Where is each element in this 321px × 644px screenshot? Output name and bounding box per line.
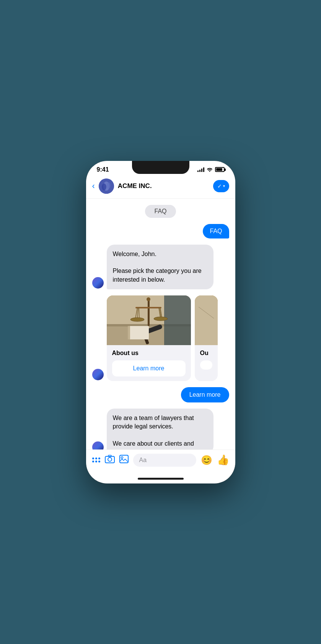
phone-screen: 9:41 ‹ xyxy=(86,161,235,483)
battery-icon xyxy=(215,167,225,172)
bot-response-bubble: We are a team of lawyers that provide le… xyxy=(107,409,213,449)
wifi-icon xyxy=(207,167,213,173)
bot-avatar-carousel xyxy=(92,369,104,380)
card-about-us-title: About us xyxy=(112,350,186,357)
status-time: 9:41 xyxy=(97,166,109,173)
notch xyxy=(132,161,189,174)
emoji-button[interactable]: 😊 xyxy=(201,455,212,466)
learn-more-button-1[interactable]: Learn more xyxy=(112,360,186,376)
svg-point-18 xyxy=(154,317,168,321)
bot-greeting-row: Welcome, John. Please pick the category … xyxy=(86,243,235,291)
chat-header: ‹ ACME INC. ✓ ▾ xyxy=(86,175,235,199)
svg-rect-28 xyxy=(120,455,128,463)
svg-point-17 xyxy=(130,318,144,321)
company-name: ACME INC. xyxy=(118,182,213,190)
svg-point-3 xyxy=(107,182,111,188)
bot-avatar-response xyxy=(92,441,104,449)
svg-rect-23 xyxy=(195,295,218,345)
bot-avatar xyxy=(92,277,104,289)
user-learn-more-row: Learn more xyxy=(86,386,235,404)
battery-fill xyxy=(216,168,222,171)
card-partial: Ou xyxy=(195,295,218,381)
avatar xyxy=(99,178,114,194)
card-carousel: About us Learn more Ou xyxy=(107,295,229,381)
like-button[interactable]: 👍 xyxy=(217,454,229,466)
bot-greeting-bubble: Welcome, John. Please pick the category … xyxy=(107,245,213,290)
svg-point-2 xyxy=(102,183,106,190)
svg-point-29 xyxy=(121,456,123,458)
grid-icon[interactable] xyxy=(92,457,100,462)
faq-center-pill: FAQ xyxy=(145,205,176,218)
card-about-us: About us Learn more xyxy=(107,295,191,381)
home-indicator xyxy=(138,478,184,480)
chat-area: FAQ FAQ Welcome, John. Please pick the c… xyxy=(86,199,235,449)
back-button[interactable]: ‹ xyxy=(92,181,95,191)
svg-point-26 xyxy=(108,457,112,461)
svg-line-13 xyxy=(139,308,139,318)
card-partial-body: Ou xyxy=(195,345,218,374)
user-faq-bubble: FAQ xyxy=(203,224,229,238)
svg-rect-8 xyxy=(148,299,150,326)
svg-rect-7 xyxy=(164,295,191,345)
status-icons xyxy=(197,167,225,173)
svg-rect-22 xyxy=(128,326,130,339)
check-icon: ✓ xyxy=(217,183,222,189)
faq-center-pill-row: FAQ xyxy=(86,203,235,219)
input-bar: Aa 😊 👍 xyxy=(86,449,235,474)
bot-response-row: We are a team of lawyers that provide le… xyxy=(86,407,235,449)
svg-rect-10 xyxy=(135,307,161,308)
card-about-us-body: About us Learn more xyxy=(107,345,191,381)
card-partial-title: Ou xyxy=(200,350,212,357)
card-partial-image xyxy=(195,295,218,345)
signal-icon xyxy=(197,167,204,172)
svg-rect-21 xyxy=(128,326,149,339)
home-bar xyxy=(86,474,235,483)
check-button[interactable]: ✓ ▾ xyxy=(213,180,229,192)
learn-more-button-partial[interactable] xyxy=(200,360,212,370)
user-learn-more-bubble: Learn more xyxy=(181,387,229,402)
user-faq-row: FAQ xyxy=(86,222,235,240)
camera-icon[interactable] xyxy=(105,455,115,466)
chevron-down-icon: ▾ xyxy=(223,184,225,188)
text-input-placeholder[interactable]: Aa xyxy=(139,457,147,463)
text-input-wrapper[interactable]: Aa xyxy=(133,454,196,467)
image-icon[interactable] xyxy=(119,455,129,466)
svg-point-9 xyxy=(147,297,150,301)
card-carousel-row: About us Learn more Ou xyxy=(86,294,235,383)
phone-frame: 9:41 ‹ xyxy=(86,161,235,483)
card-image-scales xyxy=(107,295,191,345)
